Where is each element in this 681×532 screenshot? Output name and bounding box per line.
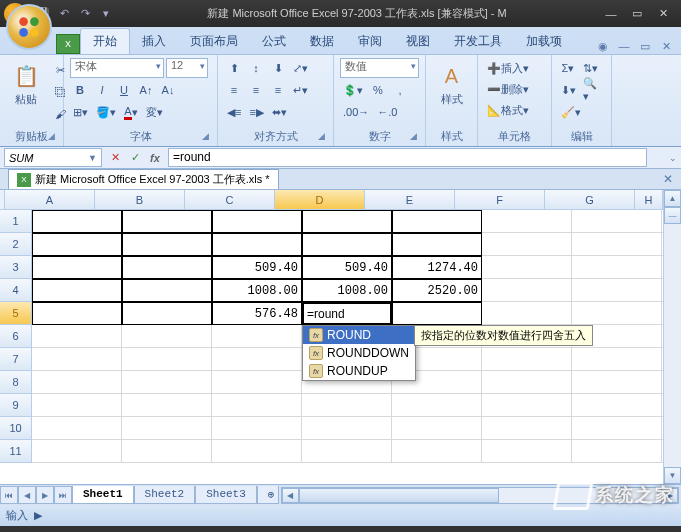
col-header-C[interactable]: C (185, 190, 275, 210)
cell-A6[interactable] (32, 325, 122, 348)
cell-G10[interactable] (572, 417, 662, 440)
window-max-button[interactable]: ▭ (625, 5, 649, 23)
fx-icon[interactable]: fx (146, 149, 164, 167)
autocomplete-item[interactable]: fxROUNDUP (303, 362, 415, 380)
cell-F2[interactable] (482, 233, 572, 256)
cell-A7[interactable] (32, 348, 122, 371)
row-header-10[interactable]: 10 (0, 417, 32, 440)
cell-D4[interactable]: 1008.00 (302, 279, 392, 302)
delete-cells-button[interactable]: ➖ 删除 ▾ (484, 79, 545, 99)
cell-H5[interactable] (662, 302, 663, 325)
cell-E1[interactable] (392, 210, 482, 233)
sort-filter-button[interactable]: ⇅▾ (580, 58, 601, 78)
cell-B5[interactable] (122, 302, 212, 325)
font-color-button[interactable]: A▾ (121, 102, 141, 122)
cell-E10[interactable] (392, 417, 482, 440)
window-close-button[interactable]: ✕ (651, 5, 675, 23)
tab-data[interactable]: 数据 (298, 29, 346, 54)
cell-D1[interactable] (302, 210, 392, 233)
cell-A9[interactable] (32, 394, 122, 417)
fill-button[interactable]: ⬇▾ (558, 80, 578, 100)
bold-button[interactable]: B (70, 80, 90, 100)
clipboard-dialog-icon[interactable]: ◢ (45, 131, 57, 143)
cell-F11[interactable] (482, 440, 572, 463)
cell-C2[interactable] (212, 233, 302, 256)
row-header-3[interactable]: 3 (0, 256, 32, 279)
grow-font-button[interactable]: A↑ (136, 80, 156, 100)
cell-E4[interactable]: 2520.00 (392, 279, 482, 302)
cell-A3[interactable] (32, 256, 122, 279)
scroll-up-button[interactable]: ▲ (664, 190, 681, 207)
cell-D3[interactable]: 509.40 (302, 256, 392, 279)
cell-E2[interactable] (392, 233, 482, 256)
shrink-font-button[interactable]: A↓ (158, 80, 178, 100)
name-box[interactable]: SUM▼ (4, 148, 102, 167)
autocomplete-item[interactable]: fxROUND (303, 326, 415, 344)
sheet-tab-sheet2[interactable]: Sheet2 (134, 486, 196, 504)
tab-home[interactable]: 开始 (80, 28, 130, 54)
new-sheet-button[interactable]: ⊕ (257, 486, 279, 504)
comma-button[interactable]: , (390, 80, 410, 100)
cell-F4[interactable] (482, 279, 572, 302)
tab-pagelayout[interactable]: 页面布局 (178, 29, 250, 54)
cell-B11[interactable] (122, 440, 212, 463)
formula-autocomplete[interactable]: fxROUNDfxROUNDDOWNfxROUNDUP (302, 325, 416, 381)
cell-H8[interactable] (662, 371, 663, 394)
cell-C10[interactable] (212, 417, 302, 440)
cell-F8[interactable] (482, 371, 572, 394)
align-top-button[interactable]: ⬆ (224, 58, 244, 78)
cell-B4[interactable] (122, 279, 212, 302)
decrease-decimal-button[interactable]: ←.0 (374, 102, 400, 122)
autosum-button[interactable]: Σ▾ (558, 58, 578, 78)
cell-H3[interactable] (662, 256, 663, 279)
cell-H7[interactable] (662, 348, 663, 371)
sheet-nav-next-button[interactable]: ▶ (36, 486, 54, 504)
increase-indent-button[interactable]: ≡▶ (246, 102, 266, 122)
align-dialog-icon[interactable]: ◢ (315, 131, 327, 143)
row-header-6[interactable]: 6 (0, 325, 32, 348)
cell-D9[interactable] (302, 394, 392, 417)
row-header-1[interactable]: 1 (0, 210, 32, 233)
row-header-11[interactable]: 11 (0, 440, 32, 463)
sheet-tab-sheet3[interactable]: Sheet3 (195, 486, 257, 504)
cell-C3[interactable]: 509.40 (212, 256, 302, 279)
row-header-9[interactable]: 9 (0, 394, 32, 417)
decrease-indent-button[interactable]: ◀≡ (224, 102, 244, 122)
workbook-tab[interactable]: X 新建 Microsoft Office Excel 97-2003 工作表.… (8, 169, 279, 189)
cell-B8[interactable] (122, 371, 212, 394)
cell-G9[interactable] (572, 394, 662, 417)
cell-B6[interactable] (122, 325, 212, 348)
cell-F7[interactable] (482, 348, 572, 371)
scroll-left-button[interactable]: ◀ (282, 488, 299, 503)
align-center-button[interactable]: ≡ (246, 80, 266, 100)
accounting-format-button[interactable]: 💲▾ (340, 80, 366, 100)
cell-H9[interactable] (662, 394, 663, 417)
cell-H4[interactable] (662, 279, 663, 302)
cell-E11[interactable] (392, 440, 482, 463)
cell-H6[interactable] (662, 325, 663, 348)
row-header-8[interactable]: 8 (0, 371, 32, 394)
qat-undo-icon[interactable]: ↶ (55, 5, 73, 23)
cell-B3[interactable] (122, 256, 212, 279)
tab-review[interactable]: 审阅 (346, 29, 394, 54)
hscroll-thumb[interactable] (299, 488, 499, 503)
cell-E5[interactable] (392, 302, 482, 325)
tab-insert[interactable]: 插入 (130, 29, 178, 54)
col-header-G[interactable]: G (545, 190, 635, 210)
cell-D10[interactable] (302, 417, 392, 440)
cell-A8[interactable] (32, 371, 122, 394)
row-header-5[interactable]: 5 (0, 302, 32, 325)
cell-D11[interactable] (302, 440, 392, 463)
align-left-button[interactable]: ≡ (224, 80, 244, 100)
cell-H2[interactable] (662, 233, 663, 256)
align-bottom-button[interactable]: ⬇ (268, 58, 288, 78)
qat-redo-icon[interactable]: ↷ (76, 5, 94, 23)
formula-bar-expand-icon[interactable]: ⌄ (665, 153, 681, 163)
cell-C4[interactable]: 1008.00 (212, 279, 302, 302)
cell-F1[interactable] (482, 210, 572, 233)
cell-G7[interactable] (572, 348, 662, 371)
help-icon[interactable]: ◉ (594, 38, 612, 54)
status-macro-icon[interactable]: ▶ (34, 509, 42, 522)
underline-button[interactable]: U (114, 80, 134, 100)
cell-G8[interactable] (572, 371, 662, 394)
